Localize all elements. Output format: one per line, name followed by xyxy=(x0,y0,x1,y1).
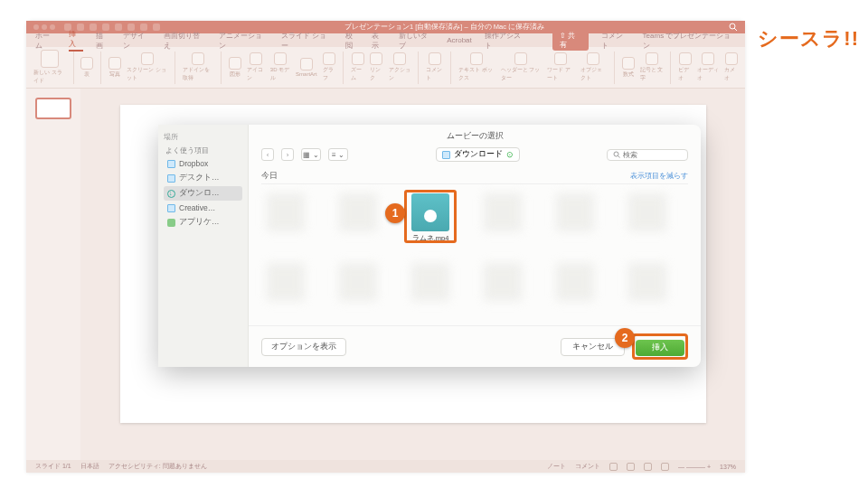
file-item[interactable] xyxy=(410,263,451,301)
rb-textbox[interactable]: テキスト ボックス xyxy=(458,52,495,82)
tab-transitions[interactable]: 画面切り替え xyxy=(164,31,206,51)
options-button[interactable]: オプションを表示 xyxy=(261,338,346,356)
sidebar-header: 場所 xyxy=(164,132,242,142)
slide-panel[interactable] xyxy=(26,89,80,460)
file-item[interactable] xyxy=(554,263,596,301)
show-less-link[interactable]: 表示項目を減らす xyxy=(630,171,688,182)
folder-icon xyxy=(442,151,450,159)
sidebar: 場所 よく使う項目 Dropbox デスクト… ダウンロ… Creative… … xyxy=(158,125,249,367)
rb-photo[interactable]: 写真 xyxy=(108,57,121,79)
status-comments[interactable]: コメント xyxy=(575,462,600,471)
file-item[interactable] xyxy=(627,263,668,301)
file-item[interactable] xyxy=(482,193,524,243)
insert-button[interactable]: 挿入 xyxy=(636,340,684,356)
sidebar-favorites: よく使う項目 xyxy=(165,145,242,155)
tab-insert[interactable]: 挿入 xyxy=(69,29,83,52)
file-item-selected[interactable]: ラムネ.mp4 xyxy=(410,193,451,243)
dropdown-icon: ⊙ xyxy=(506,150,514,159)
forward-button[interactable]: › xyxy=(281,148,294,161)
tab-assist[interactable]: 操作アシスト xyxy=(485,31,527,51)
comments-button[interactable]: コメント xyxy=(601,31,629,51)
rb-header[interactable]: ヘッダーと フッター xyxy=(501,52,542,82)
file-item[interactable] xyxy=(482,263,524,301)
rb-3d[interactable]: 3D モデル xyxy=(270,52,290,82)
path-label: ダウンロード xyxy=(454,149,503,160)
rb-newslide[interactable]: 新しい スライド xyxy=(33,50,66,85)
path-selector[interactable]: ダウンロード ⊙ xyxy=(436,147,520,162)
rb-addins[interactable]: アドインを取得 xyxy=(183,52,213,82)
window-title: プレゼンテーション1 [自動保存済み] – 自分の Mac に保存済み xyxy=(344,23,544,32)
rb-smartart[interactable]: SmartArt xyxy=(296,58,317,77)
status-bar: スライド 1/1 日本語 アクセシビリティ: 問題ありません ノート コメント … xyxy=(26,460,745,473)
tab-animations[interactable]: アニメーション xyxy=(219,31,269,51)
status-notes[interactable]: ノート xyxy=(547,462,566,471)
rb-obj[interactable]: オブジェクト xyxy=(580,52,607,82)
status-slide: スライド 1/1 xyxy=(35,462,71,471)
rb-shape[interactable]: 図形 xyxy=(229,57,241,79)
tab-slideshow[interactable]: スライド ショー xyxy=(281,31,333,51)
rb-chart[interactable]: グラフ xyxy=(323,52,336,82)
rb-video[interactable]: ビデオ xyxy=(678,52,692,82)
file-item[interactable] xyxy=(337,193,379,243)
download-icon xyxy=(167,190,175,198)
rb-cameo[interactable]: カメオ xyxy=(724,52,738,82)
folder-icon xyxy=(167,160,175,168)
insert-highlight: 挿入 xyxy=(632,333,688,360)
search-field[interactable] xyxy=(607,149,688,161)
dialog-title: ムービーの選択 xyxy=(249,125,701,144)
tab-draw[interactable]: 描画 xyxy=(96,31,110,51)
view-group-button[interactable]: ≡ ⌄ xyxy=(328,148,348,161)
section-today: 今日 xyxy=(261,171,278,182)
rb-wordart[interactable]: ワード アート xyxy=(547,52,575,82)
sidebar-item-creative[interactable]: Creative… xyxy=(164,202,242,214)
status-zoom[interactable]: 137% xyxy=(720,464,736,470)
rb-zoom[interactable]: ズーム xyxy=(351,52,364,82)
file-item[interactable] xyxy=(265,263,307,301)
view-slideshow-icon[interactable] xyxy=(661,463,669,471)
tab-new[interactable]: 新しいタブ xyxy=(399,31,434,51)
apps-icon xyxy=(167,219,175,227)
search-input[interactable] xyxy=(623,151,677,159)
share-button[interactable]: ⇧ 共有 xyxy=(552,31,590,51)
sidebar-item-dropbox[interactable]: Dropbox xyxy=(164,157,242,170)
callout-2: 2 xyxy=(615,328,635,348)
tab-review[interactable]: 校閲 xyxy=(345,31,360,51)
file-item[interactable] xyxy=(337,263,379,301)
tab-design[interactable]: デザイン xyxy=(123,31,151,51)
sidebar-item-apps[interactable]: アプリケ… xyxy=(164,215,242,230)
view-reading-icon[interactable] xyxy=(644,463,652,471)
rb-link[interactable]: リンク xyxy=(370,52,383,82)
view-grid-button[interactable]: ▦ ⌄ xyxy=(301,148,321,161)
rb-comment[interactable]: コメント xyxy=(426,52,444,82)
file-item[interactable] xyxy=(265,193,307,243)
rb-table[interactable]: 表 xyxy=(80,57,93,79)
rb-audio[interactable]: オーディオ xyxy=(697,52,719,82)
tab-home[interactable]: ホーム xyxy=(35,31,56,51)
status-a11y[interactable]: アクセシビリティ: 問題ありません xyxy=(108,462,207,471)
status-lang[interactable]: 日本語 xyxy=(80,462,99,471)
slide-thumb-1[interactable] xyxy=(35,98,71,119)
rb-icon[interactable]: アイコン xyxy=(247,52,265,82)
file-list: 今日 表示項目を減らす ラムネ.mp4 xyxy=(249,165,701,325)
file-item[interactable] xyxy=(627,193,668,243)
ribbon: 新しい スライド 表 写真 スクリーン ショット アドインを取得 図形 アイコン… xyxy=(26,47,745,89)
rb-screenshot[interactable]: スクリーン ショット xyxy=(127,52,167,82)
tab-view[interactable]: 表示 xyxy=(372,31,386,51)
svg-line-3 xyxy=(618,156,620,158)
rb-sym[interactable]: 記号と 文字 xyxy=(640,52,664,82)
teams-button[interactable]: Teams でプレゼンテーション xyxy=(643,31,736,51)
view-sorter-icon[interactable] xyxy=(627,463,635,471)
video-thumb-icon xyxy=(411,193,449,231)
sidebar-item-downloads[interactable]: ダウンロ… xyxy=(164,186,242,201)
file-item[interactable] xyxy=(554,193,596,243)
window-controls[interactable] xyxy=(33,24,55,30)
back-button[interactable]: ‹ xyxy=(261,148,274,161)
view-normal-icon[interactable] xyxy=(609,463,618,471)
sidebar-item-desktop[interactable]: デスクト… xyxy=(164,171,242,185)
search-icon xyxy=(613,151,620,158)
tab-acrobat[interactable]: Acrobat xyxy=(447,36,472,44)
rb-action[interactable]: アクション xyxy=(389,52,410,82)
ribbon-tabs: ホーム 挿入 描画 デザイン 画面切り替え アニメーション スライド ショー 校… xyxy=(26,33,745,47)
svg-point-2 xyxy=(614,152,618,156)
rb-eq[interactable]: 数式 xyxy=(622,57,635,79)
